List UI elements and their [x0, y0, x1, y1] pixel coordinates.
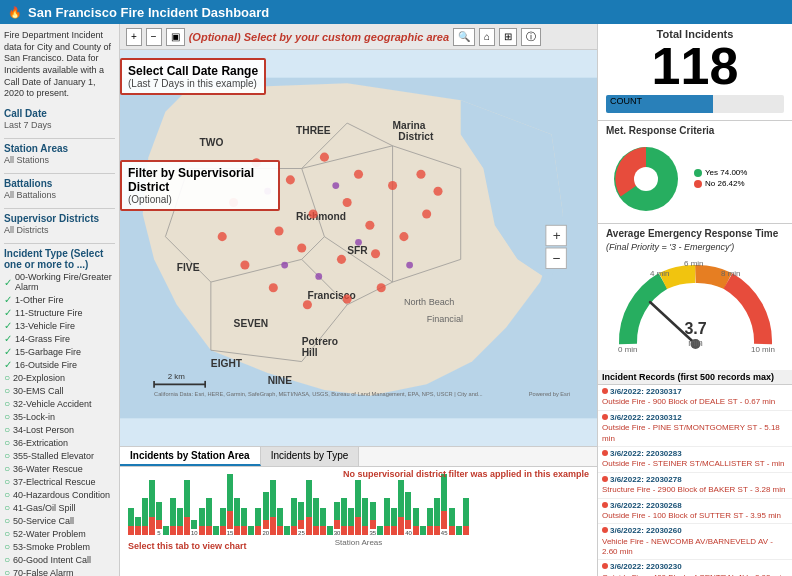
record-item[interactable]: 3/6/2022: 22030278Structure Fire - 2900 …	[598, 473, 792, 499]
incident-checkbox-13[interactable]: ✓	[4, 320, 12, 331]
incident-item-355[interactable]: ○355-Stalled Elevator	[4, 449, 115, 462]
incident-checkbox-36[interactable]: ○	[4, 437, 10, 448]
incident-item-30[interactable]: ○30-EMS Call	[4, 384, 115, 397]
select-tool-button[interactable]: ▣	[166, 28, 185, 46]
map-container[interactable]: TWO THREE Marina District FIVE Richmond …	[120, 50, 597, 446]
incident-checkbox-70[interactable]: ○	[4, 567, 10, 576]
incident-checkbox-20[interactable]: ○	[4, 372, 10, 383]
layers-button[interactable]: ⊞	[499, 28, 517, 46]
record-item[interactable]: 3/6/2022: 22030260Vehicle Fire - NEWCOMB…	[598, 524, 792, 560]
record-item[interactable]: 3/6/2022: 22030268Outside Fire - 100 Blo…	[598, 499, 792, 525]
supervisor-districts-value[interactable]: All Districts	[4, 225, 115, 235]
incident-label-20: 20-Explosion	[13, 373, 65, 383]
incident-item-70[interactable]: ○70-False Alarm	[4, 566, 115, 576]
incident-item-35[interactable]: ○35-Lock-in	[4, 410, 115, 423]
bar-green-13	[213, 526, 219, 535]
bar-group-4	[149, 480, 155, 536]
incident-checkbox-52[interactable]: ○	[4, 528, 10, 539]
incident-item-41[interactable]: ○41-Gas/Oil Spill	[4, 501, 115, 514]
bar-green-44	[434, 498, 440, 526]
bar-green-29	[327, 526, 333, 535]
bar-green-27	[313, 498, 319, 526]
bar-group-36	[377, 526, 383, 536]
incident-checkbox-40[interactable]: ○	[4, 489, 10, 500]
bar-stack-17	[241, 508, 247, 535]
call-date-annotation: Select Call Date Range (Last 7 Days in t…	[120, 58, 266, 95]
battalions-value[interactable]: All Battalions	[4, 190, 115, 200]
incident-item-60[interactable]: ○60-Good Intent Call	[4, 553, 115, 566]
incident-checkbox-14[interactable]: ✓	[4, 333, 12, 344]
home-button[interactable]: ⌂	[479, 28, 495, 46]
incident-checkbox-30[interactable]: ○	[4, 385, 10, 396]
incident-checkbox-355[interactable]: ○	[4, 450, 10, 461]
svg-text:Hill: Hill	[302, 347, 318, 358]
incident-item-16[interactable]: ✓16-Outside Fire	[4, 358, 115, 371]
gauge-svg: 0 min 4 min 6 min 8 min 10 min 3.7 min	[608, 254, 783, 364]
incident-checkbox-32[interactable]: ○	[4, 398, 10, 409]
incident-label-34: 34-Lost Person	[13, 425, 74, 435]
record-item[interactable]: 3/6/2022: 22030283Outside Fire - STEINER…	[598, 447, 792, 473]
incident-item-15[interactable]: ✓15-Garbage Fire	[4, 345, 115, 358]
bar-stack-10	[191, 520, 197, 529]
bar-red-34	[362, 526, 368, 535]
incident-checkbox-00[interactable]: ✓	[4, 277, 12, 288]
incident-checkbox-15[interactable]: ✓	[4, 346, 12, 357]
incident-item-20[interactable]: ○20-Explosion	[4, 371, 115, 384]
incident-item-14[interactable]: ✓14-Grass Fire	[4, 332, 115, 345]
zoom-out-button[interactable]: −	[146, 28, 162, 46]
map-svg: TWO THREE Marina District FIVE Richmond …	[120, 50, 597, 446]
svg-text:−: −	[553, 251, 561, 266]
bar-stack-5	[156, 502, 162, 529]
incident-checkbox-37[interactable]: ○	[4, 476, 10, 487]
search-button[interactable]: 🔍	[453, 28, 475, 46]
tab-incidents-by-type[interactable]: Incidents by Type	[261, 447, 360, 466]
incident-item-36[interactable]: ○36-Extrication	[4, 436, 115, 449]
incident-checkbox-35[interactable]: ○	[4, 411, 10, 422]
record-item[interactable]: 3/6/2022: 22030230Outside Fire - 400 Blo…	[598, 560, 792, 576]
bar-stack-24	[291, 498, 297, 535]
svg-point-48	[371, 249, 380, 258]
station-areas-label: Station Areas	[4, 143, 115, 154]
record-id: 3/6/2022: 22030312	[610, 413, 682, 422]
incident-item-10[interactable]: ✓1-Other Fire	[4, 293, 115, 306]
record-item[interactable]: 3/6/2022: 22030317Outside Fire - 900 Blo…	[598, 385, 792, 411]
incident-item-53[interactable]: ○53-Smoke Problem	[4, 540, 115, 553]
incident-item-52[interactable]: ○52-Water Problem	[4, 527, 115, 540]
gauge-subtitle: (Final Priority = '3 - Emergency')	[606, 242, 784, 252]
svg-text:THREE: THREE	[296, 125, 331, 136]
station-areas-value[interactable]: All Stations	[4, 155, 115, 165]
incident-checkbox-16[interactable]: ✓	[4, 359, 12, 370]
incident-item-34[interactable]: ○34-Lost Person	[4, 423, 115, 436]
incident-item-36w[interactable]: ○36-Water Rescue	[4, 462, 115, 475]
bar-stack-3	[142, 498, 148, 535]
incident-checkbox-53[interactable]: ○	[4, 541, 10, 552]
bar-group-23	[284, 526, 290, 536]
incident-item-40[interactable]: ○40-Hazardous Condition	[4, 488, 115, 501]
incident-item-37[interactable]: ○37-Electrical Rescue	[4, 475, 115, 488]
incident-checkbox-34[interactable]: ○	[4, 424, 10, 435]
bar-stack-18	[248, 526, 254, 535]
incident-item-32[interactable]: ○32-Vehicle Accident	[4, 397, 115, 410]
tab-incidents-by-station[interactable]: Incidents by Station Area	[120, 447, 261, 466]
info-button[interactable]: ⓘ	[521, 28, 541, 46]
bar-group-38	[391, 508, 397, 536]
incident-item-13[interactable]: ✓13-Vehicle Fire	[4, 319, 115, 332]
bar-green-23	[284, 526, 290, 535]
bar-red-37	[384, 526, 390, 535]
svg-point-54	[218, 232, 227, 241]
zoom-in-button[interactable]: +	[126, 28, 142, 46]
record-item[interactable]: 3/6/2022: 22030312Outside Fire - PINE ST…	[598, 411, 792, 447]
incident-item-00[interactable]: ✓00-Working Fire/Greater Alarm	[4, 271, 115, 293]
incident-checkbox-11[interactable]: ✓	[4, 307, 12, 318]
incident-item-50[interactable]: ○50-Service Call	[4, 514, 115, 527]
incident-checkbox-36w[interactable]: ○	[4, 463, 10, 474]
optional-text: (Optional) Select by your custom geograp…	[189, 31, 449, 43]
incident-checkbox-60[interactable]: ○	[4, 554, 10, 565]
incident-checkbox-10[interactable]: ✓	[4, 294, 12, 305]
bar-stack-41	[413, 508, 419, 535]
incident-item-11[interactable]: ✓11-Structure Fire	[4, 306, 115, 319]
incident-checkbox-50[interactable]: ○	[4, 515, 10, 526]
incident-type-label: Incident Type (Select one or more to ...…	[4, 248, 115, 270]
incident-checkbox-41[interactable]: ○	[4, 502, 10, 513]
call-date-value[interactable]: Last 7 Days	[4, 120, 115, 130]
